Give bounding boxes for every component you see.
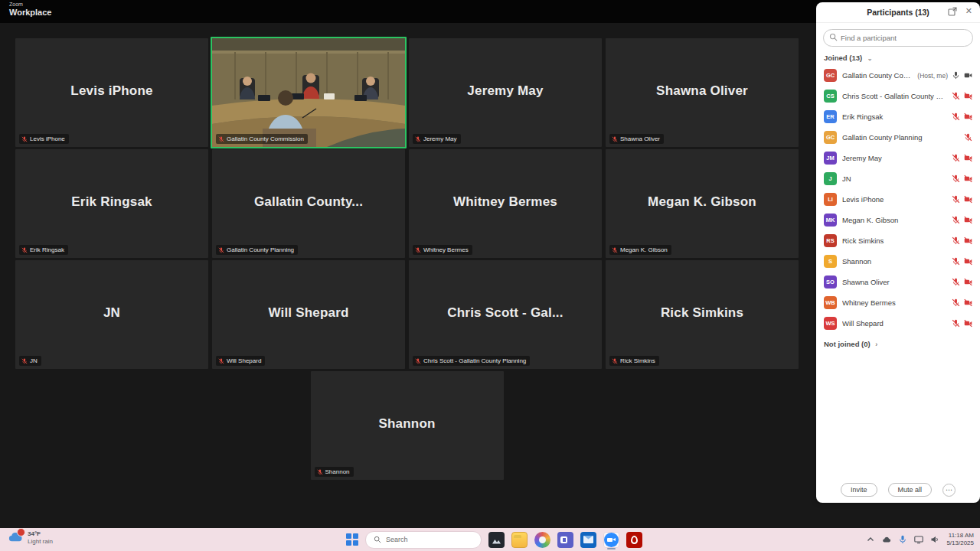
outlook-app-icon[interactable] [580,532,596,548]
participant-row[interactable]: MK Megan K. Gibson [819,210,977,230]
zoom-app-icon[interactable] [603,532,619,548]
participant-tile-badge: Levis iPhone [19,134,69,144]
participant-tile-badge: Shawna Oliver [609,134,664,144]
participant-status-icons [964,133,972,142]
participant-tile[interactable]: JN JN [15,260,208,369]
joined-section-header[interactable]: Joined (13) ⌄ [824,54,972,62]
mic-off-icon [952,278,960,286]
camera-off-icon [964,154,972,162]
taskbar-center: Search [346,528,642,551]
participant-tile[interactable]: Megan K. Gibson Megan K. Gibson [606,149,799,258]
participant-tile[interactable]: Gallatin County Commission [211,37,407,148]
start-button[interactable] [346,533,358,546]
avatar: GC [824,69,837,82]
participant-tile[interactable]: Whitney Bermes Whitney Bermes [409,149,602,258]
muted-mic-icon [21,136,28,142]
weather-widget[interactable]: 34°F Light rain [8,530,53,546]
taskbar-search[interactable]: Search [365,531,482,549]
participant-tile-badge-label: JN [30,357,38,364]
tray-chevron-up-icon[interactable] [866,535,875,544]
participant-tile-badge-label: Rick Simkins [620,357,655,364]
invite-button[interactable]: Invite [841,483,877,497]
mute-all-button[interactable]: Mute all [888,483,933,497]
weather-rain-icon [8,530,23,546]
participant-row[interactable]: SO Shawna Oliver [819,272,977,292]
avatar: JM [824,152,837,165]
participant-row[interactable]: WS Will Shepard [819,313,977,334]
acrobat-app-icon[interactable] [626,532,642,548]
participant-row[interactable]: WB Whitney Bermes [819,292,977,313]
participant-host-tag: (Host, me) [917,72,948,80]
chevron-down-icon: ⌄ [867,55,873,62]
participants-panel: Participants (13) ✕ Joined (13) ⌄ GC Gal… [816,2,980,503]
participant-tile[interactable]: Erik Ringsak Erik Ringsak [15,149,208,258]
camera-off-icon [964,92,972,100]
tray-time: 11:18 AM [946,532,974,540]
participant-status-icons [952,195,972,204]
camera-off-icon [964,174,972,183]
participant-name: JN [842,174,948,183]
participant-tile-name: Shannon [311,416,504,432]
panel-close-icon[interactable]: ✕ [965,6,972,16]
muted-mic-icon [218,358,224,364]
participant-name: Jeremy May [842,154,948,162]
network-display-icon[interactable] [914,535,923,544]
onedrive-cloud-icon[interactable] [882,535,891,544]
participant-tile[interactable]: Jeremy May Jeremy May [409,38,602,147]
participant-row[interactable]: LI Levis iPhone [819,189,977,210]
participant-tile-badge: Whitney Bermes [413,245,472,255]
participant-search-input[interactable] [823,29,973,47]
more-options-button[interactable]: ⋯ [942,484,956,497]
participant-row[interactable]: ER Erik Ringsak [819,106,977,127]
participant-tile[interactable]: Shawna Oliver Shawna Oliver [606,38,799,147]
taskbar-search-label: Search [386,536,408,543]
participant-tile-badge: Erik Ringsak [19,245,68,255]
muted-mic-icon [21,247,28,253]
participant-row[interactable]: S Shannon [819,251,977,272]
file-explorer-icon[interactable] [511,532,528,548]
participant-tile-badge: Gallatin County Planning [216,245,298,255]
participant-tile[interactable]: Chris Scott - Gal... Chris Scott - Galla… [409,260,602,369]
participant-tile-name: Megan K. Gibson [606,194,799,210]
video-gallery: Levis iPhone Levis iPhone [15,38,799,480]
weather-text: 34°F Light rain [28,530,53,546]
avatar: WS [824,317,837,330]
participant-tile[interactable]: Gallatin County... Gallatin County Plann… [212,149,405,258]
photos-app-icon[interactable] [488,532,505,548]
participant-row[interactable]: CS Chris Scott - Gallatin County Plan... [819,86,977,106]
muted-mic-icon [612,136,618,142]
mic-off-icon [952,298,960,307]
muted-mic-icon [415,247,421,253]
volume-icon[interactable] [930,535,939,544]
not-joined-section-header[interactable]: Not joined (0) › [824,340,972,348]
participant-name: Erik Ringsak [842,112,948,121]
participant-tile-badge: Rick Simkins [609,356,659,366]
mic-off-icon [952,154,960,162]
participant-tile[interactable]: Will Shepard Will Shepard [212,260,405,369]
participant-tile-badge: Jeremy May [413,134,461,144]
taskbar-clock[interactable]: 11:18 AM 5/13/2025 [946,532,974,548]
participants-panel-header: Participants (13) ✕ [816,2,980,23]
popout-icon[interactable] [948,7,957,16]
tray-date: 5/13/2025 [946,540,974,547]
tray-mic-icon[interactable] [898,535,907,544]
participant-tile[interactable]: Rick Simkins Rick Simkins [606,260,799,369]
joined-label: Joined (13) [824,54,862,62]
teams-app-icon[interactable] [557,532,573,548]
ms-photos-icon[interactable] [534,532,550,548]
participant-row[interactable]: GC Gallatin County Planning [819,127,977,148]
participant-row[interactable]: JM Jeremy May [819,148,977,168]
participant-row[interactable]: RS Rick Simkins [819,230,977,251]
app-brand-name: Workplace [9,8,51,17]
mic-off-icon [952,174,960,183]
participant-name: Gallatin County Planning [842,133,960,142]
avatar: LI [824,193,837,206]
participant-tile[interactable]: Shannon Shannon [311,371,504,480]
participant-tile-badge: Will Shepard [216,356,265,366]
camera-on-icon [964,71,972,80]
participant-tile[interactable]: Levis iPhone Levis iPhone [15,38,208,147]
mic-off-icon [952,236,960,245]
participant-row[interactable]: J JN [819,168,977,189]
participant-row[interactable]: GC Gallatin County Com... (Host, me) [819,65,977,86]
camera-off-icon [964,257,972,266]
